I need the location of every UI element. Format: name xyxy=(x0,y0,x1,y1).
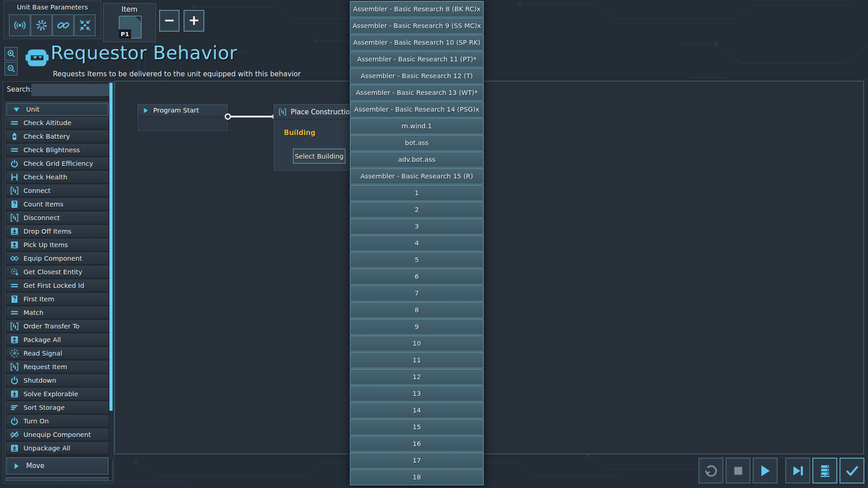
node-program-start[interactable]: Program Start xyxy=(137,104,228,131)
dropdown-option[interactable]: Assembler - Basic Research 9 (SS MC)x xyxy=(350,18,484,34)
node-place-construction[interactable]: Place Construction Building Select Build… xyxy=(274,104,359,171)
select-building-button[interactable]: Select Building xyxy=(293,149,345,164)
sidebar-item[interactable]: Read Signal xyxy=(6,347,108,360)
sidebar-item[interactable]: Order Transfer To xyxy=(6,320,108,333)
sidebar-item[interactable]: Turn On xyxy=(6,415,108,427)
undo-button[interactable] xyxy=(698,458,723,483)
dropdown-option[interactable]: 10 xyxy=(350,335,484,352)
dropdown-option-label: 4 xyxy=(415,239,419,247)
dropdown-option[interactable]: 6 xyxy=(350,268,484,285)
sidebar-item[interactable]: Check Health xyxy=(6,171,108,183)
dropdown-option-label: Assembler - Basic Research 13 (WT)* xyxy=(356,89,478,96)
dropdown-option-label: 3 xyxy=(415,223,419,230)
dropdown-option[interactable]: 11 xyxy=(350,352,484,368)
item-slot[interactable]: P1 xyxy=(119,16,142,38)
dropdown-option[interactable]: adv.bot.ass xyxy=(350,151,484,168)
dropdown-option-label: 11 xyxy=(413,357,421,364)
dropdown-option[interactable]: m.wind.1 xyxy=(350,118,484,134)
playback-controls xyxy=(698,458,867,483)
sidebar-item[interactable]: Drop Off Items xyxy=(6,225,108,238)
sidebar-item-label: Unpackage All xyxy=(24,445,71,452)
sidebar-item[interactable]: Unequip Component xyxy=(6,428,108,441)
sidebar-scrollbar-track[interactable] xyxy=(109,83,113,460)
dropdown-option[interactable]: Assembler - Basic Research 15 (R) xyxy=(350,168,484,184)
sidebar-item[interactable]: Request Item xyxy=(6,361,108,373)
dropdown-option[interactable]: 3 xyxy=(350,218,484,235)
sidebar-item[interactable]: Pick Up Items xyxy=(6,239,108,251)
dropdown-option[interactable]: 14 xyxy=(350,402,484,418)
dropdown-option[interactable]: 7 xyxy=(350,285,484,301)
parameter-slot[interactable] xyxy=(9,14,30,36)
transfer-icon xyxy=(10,362,19,371)
dropdown-option[interactable]: 4 xyxy=(350,235,484,251)
behavior-canvas[interactable]: Program Start Place Construction Buildin… xyxy=(114,81,864,454)
dropdown-option[interactable]: Assembler - Basic Research 14 (PSG)x xyxy=(350,101,484,117)
dropdown-option[interactable]: 8 xyxy=(350,302,484,318)
sidebar-item[interactable]: Get First Locked Id xyxy=(6,279,108,292)
parameter-slot[interactable] xyxy=(52,14,74,36)
sidebar-item[interactable]: Connect xyxy=(6,184,108,197)
dropdown-option[interactable]: bot.ass xyxy=(350,135,484,151)
sidebar-item[interactable]: Get Closest Entity xyxy=(6,266,108,278)
sidebar-item[interactable]: Sort Storage xyxy=(6,401,108,414)
behavior-icon xyxy=(25,46,49,70)
dropdown-option[interactable]: 16 xyxy=(350,436,484,452)
sidebar-item-label: Check Battery xyxy=(24,133,70,140)
dropdown-option[interactable]: 15 xyxy=(350,419,484,435)
dropdown-option[interactable]: 18 xyxy=(350,469,484,485)
confirm-button[interactable] xyxy=(840,458,864,483)
dropdown-option[interactable]: 13 xyxy=(350,385,484,402)
queue-button[interactable] xyxy=(812,458,837,483)
dropdown-option[interactable]: 12 xyxy=(350,369,484,385)
parameter-slot[interactable] xyxy=(74,14,95,36)
card-icon xyxy=(10,295,19,304)
sidebar-item[interactable]: Shutdown xyxy=(6,374,108,387)
box-down-icon xyxy=(10,227,19,236)
sidebar-item[interactable]: First Item xyxy=(6,293,108,305)
sidebar-item-label: Unequip Component xyxy=(24,431,91,438)
dropdown-option[interactable]: Assembler - Basic Research 8 (BK RC)x xyxy=(350,1,484,17)
canvas-zoom-out-button[interactable] xyxy=(5,62,18,75)
sidebar-item[interactable]: Check Grid Efficiency xyxy=(6,157,108,170)
sidebar-item[interactable]: Match xyxy=(6,306,108,319)
dropdown-option[interactable]: 5 xyxy=(350,252,484,268)
play-button[interactable] xyxy=(753,458,778,483)
dropdown-option[interactable]: 2 xyxy=(350,202,484,218)
sidebar-item-label: Connect xyxy=(24,187,51,194)
dropdown-option[interactable]: 9 xyxy=(350,319,484,335)
sidebar-item[interactable]: Solve Explorable xyxy=(6,388,108,400)
sidebar-item-label: Check Grid Efficiency xyxy=(24,160,93,167)
sidebar-item[interactable]: Equip Component xyxy=(6,252,108,265)
item-tab[interactable]: Item P1 xyxy=(103,3,156,42)
connector-endpoint-icon[interactable] xyxy=(225,113,231,120)
dropdown-option[interactable]: 1 xyxy=(350,185,484,201)
stop-icon xyxy=(731,464,745,478)
canvas-zoom-in-button[interactable] xyxy=(5,47,18,61)
box-down-icon xyxy=(10,389,19,399)
dropdown-option[interactable]: Assembler - Basic Research 12 (T) xyxy=(350,68,484,84)
sidebar-item[interactable]: Disconnect xyxy=(6,211,108,224)
sidebar-item[interactable]: Check Blightness xyxy=(6,144,108,156)
sidebar-item[interactable]: Unit xyxy=(6,103,108,116)
add-register-button[interactable]: + xyxy=(184,10,204,32)
parameter-slot[interactable] xyxy=(31,14,52,36)
sidebar-item[interactable]: Unpackage All xyxy=(6,442,108,455)
dropdown-option-label: 14 xyxy=(413,407,421,414)
remove-register-button[interactable]: − xyxy=(159,10,179,32)
search-input[interactable] xyxy=(31,84,113,96)
dropdown-option[interactable]: Assembler - Basic Research 11 (PT)* xyxy=(350,51,484,67)
sidebar-item[interactable]: Component xyxy=(6,477,108,481)
sidebar-item[interactable]: Check Altitude xyxy=(6,117,108,129)
stop-button[interactable] xyxy=(726,458,750,483)
sidebar-item[interactable]: Move xyxy=(6,457,108,474)
sidebar-scrollbar-thumb[interactable] xyxy=(109,83,113,411)
step-button[interactable] xyxy=(785,458,810,483)
sidebar-item[interactable]: Count Items xyxy=(6,198,108,211)
dropdown-option[interactable]: Assembler - Basic Research 13 (WT)* xyxy=(350,84,484,101)
diamond-link-off-icon xyxy=(10,430,19,439)
sidebar-item-label: Check Blightness xyxy=(24,146,80,154)
dropdown-option[interactable]: Assembler - Basic Research 10 (SP RK) xyxy=(350,34,484,51)
sidebar-item[interactable]: Package All xyxy=(6,333,108,346)
sidebar-item[interactable]: Check Battery xyxy=(6,130,108,143)
dropdown-option[interactable]: 17 xyxy=(350,452,484,469)
